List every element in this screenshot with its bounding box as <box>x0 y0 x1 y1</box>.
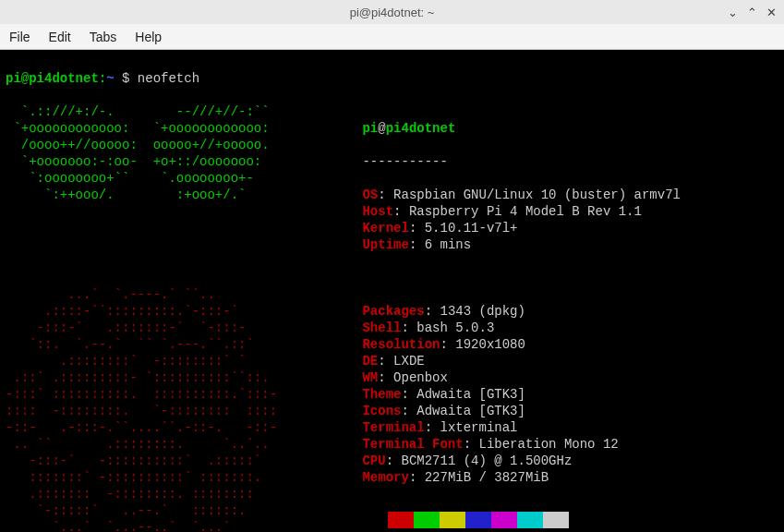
info-title-host: pi4dotnet <box>386 121 456 136</box>
command-text: neofetch <box>138 71 199 86</box>
info-row: CPU: BCM2711 (4) @ 1.500GHz <box>362 453 778 469</box>
menu-file[interactable]: File <box>9 30 30 44</box>
logo-line: `.::///+:/-. --///+//-:`` <box>6 103 362 120</box>
logo-line: -:::` ::::::::::. ::::::::::.`:::- <box>6 386 362 403</box>
logo-line: `:oooooooo+`` `.oooooooo+- <box>6 170 362 187</box>
window-title: pi@pi4dotnet: ~ <box>350 6 435 19</box>
color-swatch <box>414 512 440 528</box>
info-value: lxterminal <box>440 420 517 435</box>
info-row: Memory: 227MiB / 3827MiB <box>362 469 778 486</box>
color-swatches <box>362 512 778 528</box>
info-label: Terminal <box>362 420 424 435</box>
color-swatch <box>388 512 414 528</box>
info-value: 1920x1080 <box>455 337 525 352</box>
window-titlebar: pi@pi4dotnet: ~ ⌄ ⌃ ✕ <box>0 0 784 24</box>
terminal[interactable]: pi@pi4dotnet:~ $ neofetch `.::///+:/-. -… <box>0 50 784 532</box>
info-row: Resolution: 1920x1080 <box>362 336 778 353</box>
info-value: Liberation Mono 12 <box>478 437 618 452</box>
logo-line: .::` .:::::::::- `::::::::::``::. <box>6 369 362 386</box>
logo-line: `+oooooooooooo: `+oooooooooooo: <box>6 120 362 137</box>
prompt-user-host: pi@pi4dotnet <box>6 71 99 86</box>
info-value: Raspbian GNU/Linux 10 (buster) armv7l <box>393 187 681 202</box>
logo-line: :::::::` -::::::::::` :::::::. <box>6 469 362 486</box>
logo-line: .::::::::` -::::::::` ` <box>6 353 362 369</box>
logo-line: .::::::: -::::::::. :::::::: <box>6 486 362 502</box>
logo-line: /oooo++//ooooo: ooooo+//+ooooo. <box>6 137 362 153</box>
color-swatch <box>543 512 569 528</box>
color-swatch <box>517 512 543 528</box>
prompt-path: ~ <box>106 71 114 86</box>
info-label: Kernel <box>362 221 408 236</box>
color-swatch <box>440 512 465 528</box>
info-title-user: pi <box>362 121 378 136</box>
info-value: Openbox <box>393 370 448 385</box>
menu-edit[interactable]: Edit <box>49 30 71 44</box>
info-label: OS <box>362 187 378 202</box>
logo-line: :::: -::::::::. `-:::::::: :::: <box>6 403 362 419</box>
logo-line: .. `` .::::::::. `..`.. <box>6 436 362 453</box>
info-row: OS: Raspbian GNU/Linux 10 (buster) armv7… <box>362 187 778 203</box>
info-label: CPU <box>362 453 385 468</box>
info-value: Adwaita [GTK3] <box>416 387 525 402</box>
info-label: WM <box>362 370 378 385</box>
info-value: bash 5.0.3 <box>416 320 494 335</box>
logo-line: `+ooooooo:-:oo- +o+::/ooooooo: <box>6 153 362 170</box>
logo-line: ...` `.----.` ``.. <box>6 286 362 303</box>
info-value: 227MiB / 3827MiB <box>425 470 549 485</box>
logo-line: .::::-``:::::::::.`-:::-` <box>6 303 362 320</box>
logo-line: `::. `.--.` `` `.---.``.::` <box>6 336 362 353</box>
logo-line: -::- .-:::-.``....``.-::-. -::- <box>6 419 362 436</box>
logo-line: `:++ooo/. :+ooo+/.` <box>6 187 362 203</box>
info-label: Terminal Font <box>362 437 463 452</box>
info-row: Packages: 1343 (dpkg) <box>362 303 778 320</box>
prompt-symbol: $ <box>115 71 138 86</box>
info-dashes: ----------- <box>362 153 778 170</box>
color-swatch <box>362 512 388 528</box>
info-label: Icons <box>362 404 401 418</box>
info-value: Adwaita [GTK3] <box>416 404 525 418</box>
menu-help[interactable]: Help <box>135 30 162 44</box>
minimize-icon[interactable]: ⌄ <box>728 6 738 19</box>
info-label: Host <box>362 204 393 219</box>
info-label: Theme <box>362 387 401 402</box>
menu-tabs[interactable]: Tabs <box>90 30 117 44</box>
color-swatch <box>491 512 517 528</box>
close-icon[interactable]: ✕ <box>766 6 777 19</box>
info-row: Terminal: lxterminal <box>362 419 778 436</box>
logo-line: `...` `...--..` `...` <box>6 519 362 532</box>
info-row: Theme: Adwaita [GTK3] <box>362 386 778 403</box>
neofetch-logo: `.::///+:/-. --///+//-:`` `+oooooooooooo… <box>6 103 362 270</box>
info-value: BCM2711 (4) @ 1.500GHz <box>401 453 572 468</box>
info-row: Host: Raspberry Pi 4 Model B Rev 1.1 <box>362 203 778 220</box>
info-row: DE: LXDE <box>362 353 778 369</box>
info-value: 5.10.11-v7l+ <box>425 221 518 236</box>
info-row: Terminal Font: Liberation Mono 12 <box>362 436 778 453</box>
info-value: 6 mins <box>425 237 471 252</box>
neofetch-logo-continued: ...` `.----.` ``.. .::::-``:::::::::.`-:… <box>6 286 362 532</box>
maximize-icon[interactable]: ⌃ <box>747 6 757 19</box>
info-label: DE <box>362 354 378 369</box>
logo-line: `-:::::` ..--.` ::::::. <box>6 502 362 519</box>
info-label: Packages <box>362 304 424 319</box>
prompt-line: pi@pi4dotnet:~ $ neofetch <box>6 70 778 87</box>
info-row: Kernel: 5.10.11-v7l+ <box>362 220 778 236</box>
info-row: Uptime: 6 mins <box>362 236 778 253</box>
info-row: Shell: bash 5.0.3 <box>362 320 778 336</box>
info-value: Raspberry Pi 4 Model B Rev 1.1 <box>409 204 642 219</box>
info-value: 1343 (dpkg) <box>440 304 525 319</box>
info-label: Uptime <box>362 237 408 252</box>
info-row: WM: Openbox <box>362 369 778 386</box>
info-value: LXDE <box>393 354 425 369</box>
logo-line: -:::-` .:::::::-` `-:::- <box>6 320 362 336</box>
info-label: Resolution <box>362 337 440 352</box>
neofetch-info: pi@pi4dotnet ----------- OS: Raspbian GN… <box>362 103 778 270</box>
logo-line: -:::-` -::::::::::` .:::::` <box>6 453 362 469</box>
menubar: File Edit Tabs Help <box>0 24 784 50</box>
info-row: Icons: Adwaita [GTK3] <box>362 403 778 419</box>
info-label: Memory <box>362 470 408 485</box>
info-label: Shell <box>362 320 401 335</box>
color-swatch <box>465 512 491 528</box>
